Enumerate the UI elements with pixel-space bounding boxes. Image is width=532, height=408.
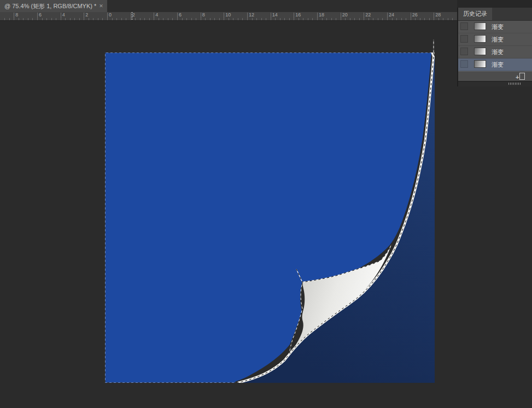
ruler-minor-tick — [284, 18, 285, 20]
ruler-minor-tick — [177, 18, 178, 20]
ruler-minor-tick — [186, 18, 187, 20]
ruler-minor-tick — [294, 18, 294, 20]
ruler-minor-tick — [280, 18, 280, 20]
ruler-minor-tick — [326, 18, 327, 20]
ruler-minor-tick — [112, 18, 113, 20]
ruler-minor-tick — [23, 18, 24, 20]
ruler-minor-tick — [312, 18, 313, 20]
ruler-minor-tick — [131, 18, 131, 20]
history-state-row-selected[interactable]: 渐变 — [458, 59, 532, 71]
photoshop-window: @ 75.4% (矩形 1, RGB/8/CMYK) * ✕ 864202468… — [0, 0, 532, 408]
ruler-minor-tick — [336, 18, 336, 20]
history-panel-tab[interactable]: 历史记录 — [458, 8, 492, 20]
ruler-minor-tick — [387, 18, 388, 20]
ruler-minor-tick — [289, 18, 290, 20]
ruler-minor-tick — [205, 18, 206, 20]
ruler-minor-tick — [14, 18, 14, 20]
ruler-minor-tick — [242, 18, 243, 20]
ruler-label: 14 — [272, 12, 278, 18]
new-document-from-state-button[interactable]: + — [516, 73, 525, 80]
ruler-label: 10 — [225, 12, 231, 18]
panel-dock-chrome — [457, 0, 532, 8]
ruler-minor-tick — [434, 18, 434, 20]
ruler-minor-tick — [79, 18, 80, 20]
ruler-minor-tick — [46, 18, 47, 20]
ruler-minor-tick — [9, 18, 10, 20]
panel-resize-grip[interactable] — [458, 81, 532, 86]
ruler-minor-tick — [182, 18, 183, 20]
ruler-minor-tick — [396, 18, 397, 20]
ruler-minor-tick — [411, 18, 411, 20]
horizontal-ruler[interactable]: 86420246810121416182022242628 — [0, 12, 458, 21]
document-tab[interactable]: @ 75.4% (矩形 1, RGB/8/CMYK) * ✕ — [0, 0, 107, 12]
ruler-minor-tick — [299, 18, 299, 20]
history-state-row[interactable]: 渐变 — [458, 46, 532, 59]
ruler-minor-tick — [443, 18, 443, 20]
history-state-label: 渐变 — [492, 59, 504, 71]
ruler-minor-tick — [121, 18, 122, 20]
ruler-minor-tick — [98, 18, 98, 20]
ruler-minor-tick — [51, 18, 52, 20]
document-canvas[interactable] — [105, 36, 435, 383]
ruler-minor-tick — [32, 18, 33, 20]
history-state-row[interactable]: 渐变 — [458, 33, 532, 46]
ruler-minor-tick — [219, 18, 220, 20]
history-state-label: 渐变 — [492, 21, 504, 33]
ruler-minor-tick — [364, 18, 364, 20]
ruler-label: 2 — [85, 12, 88, 18]
ruler-minor-tick — [191, 18, 192, 20]
ruler-minor-tick — [420, 18, 420, 20]
ruler-minor-tick — [261, 18, 262, 20]
ruler-label: 28 — [435, 12, 441, 18]
history-panel-footer: + — [458, 71, 532, 81]
ruler-minor-tick — [266, 18, 266, 20]
ruler-minor-tick — [172, 18, 173, 20]
close-tab-icon[interactable]: ✕ — [98, 0, 104, 12]
ruler-label: 6 — [39, 12, 42, 18]
ruler-label: 4 — [62, 12, 65, 18]
ruler-label: 2 — [132, 12, 135, 18]
ruler-minor-tick — [19, 18, 19, 20]
ruler-minor-tick — [37, 18, 38, 20]
ruler-minor-tick — [331, 18, 332, 20]
ruler-minor-tick — [439, 18, 439, 20]
ruler-label: 18 — [319, 12, 324, 18]
ruler-minor-tick — [107, 18, 108, 20]
ruler-minor-tick — [429, 18, 430, 20]
history-state-label: 渐变 — [492, 33, 504, 45]
ruler-minor-tick — [452, 18, 453, 20]
history-panel-header: 历史记录 — [458, 8, 532, 21]
history-source-well[interactable] — [460, 35, 468, 43]
ruler-minor-tick — [229, 18, 229, 20]
ruler-minor-tick — [126, 18, 126, 20]
history-state-label: 渐变 — [492, 46, 504, 58]
ruler-minor-tick — [201, 18, 201, 20]
gradient-thumbnail — [474, 22, 486, 30]
ruler-minor-tick — [233, 18, 233, 20]
history-state-row[interactable]: 渐变 — [458, 21, 532, 33]
history-source-well[interactable] — [460, 48, 468, 55]
history-source-well[interactable] — [460, 60, 468, 68]
ruler-minor-tick — [322, 18, 323, 20]
ruler-minor-tick — [378, 18, 378, 20]
grip-dots-icon — [508, 83, 521, 85]
ruler-label: 12 — [249, 12, 254, 18]
ruler-minor-tick — [74, 18, 75, 20]
plus-icon: + — [516, 75, 519, 80]
history-source-well[interactable] — [460, 22, 468, 30]
ruler-minor-tick — [308, 18, 308, 20]
ruler-label: 8 — [15, 12, 18, 18]
ruler-minor-tick — [84, 18, 84, 20]
ruler-minor-tick — [359, 18, 360, 20]
ruler-minor-tick — [196, 18, 196, 20]
ruler-minor-tick — [382, 18, 383, 20]
ruler-minor-tick — [56, 18, 56, 20]
ruler-minor-tick — [42, 18, 43, 20]
ruler-label: 24 — [389, 12, 394, 18]
ruler-label: 16 — [295, 12, 301, 18]
ruler-label: 0 — [109, 12, 112, 18]
ruler-minor-tick — [317, 18, 318, 20]
ruler-minor-tick — [135, 18, 136, 20]
ruler-minor-tick — [224, 18, 224, 20]
ruler-minor-tick — [415, 18, 416, 20]
